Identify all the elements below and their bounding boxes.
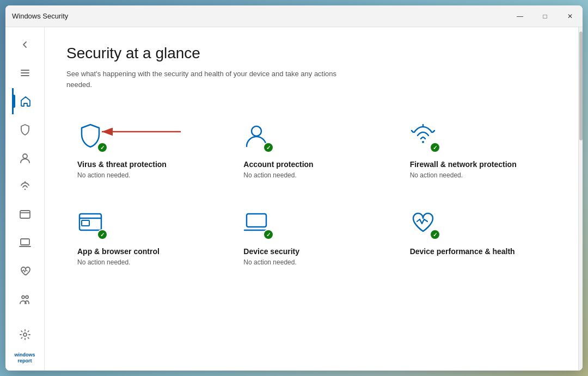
family-sidebar-icon <box>19 293 31 305</box>
sidebar-item-virus[interactable] <box>12 116 38 143</box>
card-browser-status: No action needed. <box>77 258 213 266</box>
shield-sidebar-icon <box>19 124 31 135</box>
home-icon <box>20 95 32 107</box>
card-firewall[interactable]: Firewall & network protection No action … <box>399 112 556 190</box>
svg-line-17 <box>412 131 413 132</box>
svg-line-18 <box>433 131 434 132</box>
svg-point-10 <box>22 296 24 299</box>
card-firewall-title: Firewall & network protection <box>410 159 546 169</box>
health-status-badge <box>430 229 440 240</box>
card-account-status: No action needed. <box>243 171 379 179</box>
sidebar-item-home[interactable] <box>12 88 38 114</box>
card-virus-status: No action needed. <box>77 171 213 179</box>
sidebar-item-account[interactable] <box>12 145 38 171</box>
settings-icon <box>19 329 31 341</box>
sidebar-item-family[interactable] <box>12 286 38 312</box>
card-account-title: Account protection <box>243 159 379 169</box>
titlebar: Windows Security — □ ✕ <box>5 5 583 27</box>
page-subtitle: See what's happening with the security a… <box>66 69 339 90</box>
sidebar-menu-button[interactable] <box>12 60 38 86</box>
card-device-title: Device security <box>243 246 379 256</box>
window-controls: — □ ✕ <box>507 5 583 27</box>
security-cards-grid: Virus & threat protection No action need… <box>66 112 556 277</box>
card-virus-title: Virus & threat protection <box>77 159 213 169</box>
svg-point-15 <box>252 126 261 136</box>
hamburger-icon <box>20 68 30 78</box>
sidebar-nav-top <box>12 32 38 312</box>
svg-rect-20 <box>79 214 101 230</box>
card-browser-icon-wrap <box>77 209 108 240</box>
card-firewall-status: No action needed. <box>410 171 546 179</box>
sidebar-item-device[interactable] <box>12 230 38 256</box>
close-button[interactable]: ✕ <box>558 5 583 27</box>
windows-security-window: Windows Security — □ ✕ <box>5 5 583 371</box>
account-sidebar-icon <box>19 152 31 164</box>
card-health-icon-wrap <box>410 209 440 240</box>
card-device-security[interactable]: Device security No action needed. <box>232 199 390 277</box>
network-sidebar-icon <box>19 180 31 192</box>
main-content: Security at a glance See what's happenin… <box>45 27 578 371</box>
account-status-badge <box>263 142 274 153</box>
card-health-title: Device performance & health <box>410 246 546 256</box>
svg-rect-6 <box>20 211 30 218</box>
annotation-arrow <box>96 124 183 140</box>
sidebar-settings-button[interactable] <box>12 322 38 348</box>
firewall-status-badge <box>430 142 440 153</box>
sidebar-bottom: windows report <box>12 322 38 366</box>
svg-point-19 <box>422 141 424 143</box>
health-sidebar-icon <box>19 265 31 277</box>
maximize-button[interactable]: □ <box>532 5 558 27</box>
browser-sidebar-icon <box>19 208 31 220</box>
window-title: Windows Security <box>12 12 68 20</box>
back-icon <box>20 40 30 50</box>
svg-point-12 <box>23 333 27 336</box>
device-status-badge <box>263 229 274 240</box>
laptop-sidebar-icon <box>19 237 31 249</box>
card-account-protection[interactable]: Account protection No action needed. <box>232 112 390 190</box>
sidebar-item-network[interactable] <box>12 173 38 199</box>
sidebar-back-button[interactable] <box>12 32 38 58</box>
page-title: Security at a glance <box>66 45 556 62</box>
card-virus-threat[interactable]: Virus & threat protection No action need… <box>66 112 224 190</box>
scrollbar[interactable] <box>578 27 583 371</box>
browser-status-badge <box>97 229 108 240</box>
card-browser-title: App & browser control <box>77 246 213 256</box>
svg-point-11 <box>26 296 28 299</box>
card-virus-icon-wrap <box>77 122 108 153</box>
minimize-button[interactable]: — <box>507 5 532 27</box>
card-firewall-icon-wrap <box>410 122 440 153</box>
card-browser[interactable]: App & browser control No action needed. <box>66 199 224 277</box>
card-device-health[interactable]: Device performance & health <box>399 199 556 277</box>
windows-report-logo: windows report <box>15 350 35 366</box>
svg-rect-8 <box>21 239 29 245</box>
svg-point-3 <box>23 154 27 158</box>
sidebar-item-browser[interactable] <box>12 201 38 227</box>
card-account-icon-wrap <box>243 122 274 153</box>
svg-rect-23 <box>247 214 266 227</box>
sidebar: windows report <box>5 27 45 371</box>
svg-rect-22 <box>82 220 89 226</box>
card-device-icon-wrap <box>243 209 274 240</box>
main-layout: windows report Security at a glance See … <box>5 27 583 371</box>
svg-point-4 <box>24 189 25 190</box>
card-device-status: No action needed. <box>243 258 379 266</box>
virus-status-badge <box>97 142 108 153</box>
sidebar-item-health[interactable] <box>12 258 38 284</box>
scrollbar-thumb[interactable] <box>579 32 583 140</box>
